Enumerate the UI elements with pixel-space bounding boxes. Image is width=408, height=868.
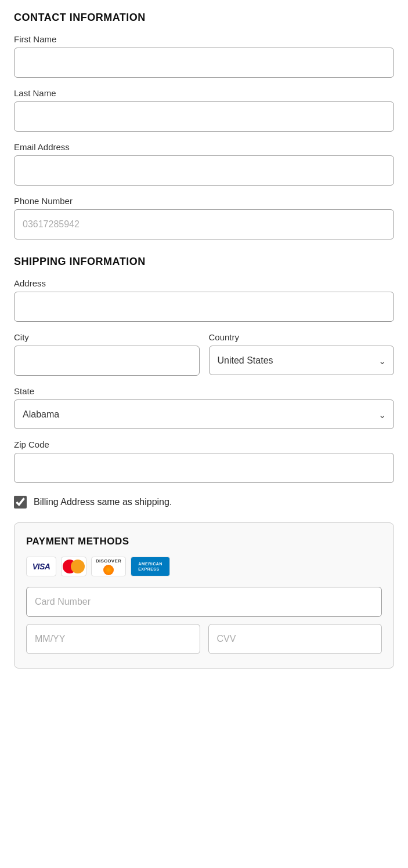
country-select[interactable]: United States Canada United Kingdom: [209, 346, 395, 375]
address-group: Address: [14, 278, 394, 322]
mastercard-logo: [61, 557, 86, 576]
state-select-wrapper: Alabama Alaska Arizona Arkansas Californ…: [14, 400, 394, 429]
zip-group: Zip Code: [14, 440, 394, 483]
zip-label: Zip Code: [14, 440, 394, 449]
country-group: Country United States Canada United King…: [209, 332, 395, 376]
contact-section-title: CONTACT INFORMATION: [14, 12, 394, 24]
billing-same-checkbox[interactable]: [14, 496, 27, 509]
billing-same-row: Billing Address same as shipping.: [14, 496, 394, 509]
mc-circles: [63, 560, 85, 573]
city-label: City: [14, 332, 200, 342]
card-number-input[interactable]: [26, 587, 382, 617]
discover-logo: DISCOVER: [91, 557, 126, 576]
first-name-input[interactable]: [14, 48, 394, 78]
email-label: Email Address: [14, 142, 394, 152]
expiry-input[interactable]: [26, 624, 200, 654]
first-name-group: First Name: [14, 34, 394, 78]
state-label: State: [14, 386, 394, 396]
last-name-input[interactable]: [14, 101, 394, 132]
discover-circle: [103, 565, 114, 575]
phone-label: Phone Number: [14, 196, 394, 206]
amex-logo: AMERICANEXPRESS: [131, 557, 170, 576]
last-name-label: Last Name: [14, 88, 394, 98]
visa-logo: VISA: [26, 557, 56, 576]
email-group: Email Address: [14, 142, 394, 186]
country-label: Country: [209, 332, 395, 342]
address-label: Address: [14, 278, 394, 288]
city-country-row: City Country United States Canada United…: [14, 332, 394, 386]
city-input[interactable]: [14, 346, 200, 376]
phone-group: Phone Number: [14, 196, 394, 239]
shipping-section: SHIPPING INFORMATION Address City Countr…: [14, 256, 394, 509]
payment-section: PAYMENT METHODS VISA DISCOVER AMERICANEX…: [14, 522, 394, 669]
first-name-label: First Name: [14, 34, 394, 44]
contact-section: CONTACT INFORMATION First Name Last Name…: [14, 12, 394, 239]
phone-input[interactable]: [14, 209, 394, 239]
last-name-group: Last Name: [14, 88, 394, 132]
payment-title: PAYMENT METHODS: [26, 536, 382, 547]
state-select[interactable]: Alabama Alaska Arizona Arkansas Californ…: [14, 400, 394, 429]
state-group: State Alabama Alaska Arizona Arkansas Ca…: [14, 386, 394, 429]
mc-orange-circle: [71, 560, 85, 573]
city-group: City: [14, 332, 200, 376]
address-input[interactable]: [14, 292, 394, 322]
email-input[interactable]: [14, 155, 394, 186]
zip-input[interactable]: [14, 453, 394, 483]
cvv-input[interactable]: [208, 624, 382, 654]
shipping-section-title: SHIPPING INFORMATION: [14, 256, 394, 268]
billing-same-label[interactable]: Billing Address same as shipping.: [34, 497, 172, 507]
card-logos-row: VISA DISCOVER AMERICANEXPRESS: [26, 557, 382, 576]
country-select-wrapper: United States Canada United Kingdom ⌄: [209, 346, 395, 375]
card-bottom-row: [26, 624, 382, 654]
